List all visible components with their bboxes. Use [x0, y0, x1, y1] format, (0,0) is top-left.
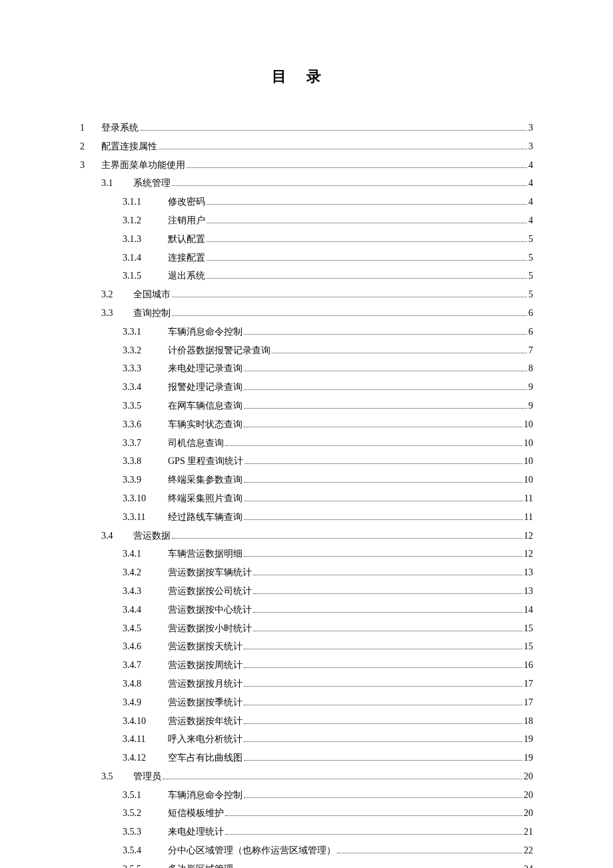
toc-entry: 3.3查询控制6	[80, 305, 533, 321]
toc-list: 1登录系统32配置连接属性33主界面菜单功能使用43.1系统管理43.1.1修改…	[80, 120, 533, 868]
toc-entry: 3.3.8GPS 里程查询统计10	[80, 453, 533, 469]
toc-page-number: 22	[524, 843, 533, 859]
toc-text: 营运数据按天统计	[168, 639, 243, 655]
toc-leader-dots	[244, 482, 522, 483]
toc-number: 3.3.8	[123, 453, 168, 469]
toc-leader-dots	[140, 130, 527, 131]
toc-leader-dots	[272, 353, 527, 353]
toc-page-number: 3	[528, 139, 533, 155]
toc-text: 营运数据按季统计	[168, 695, 243, 711]
toc-text: 车辆消息命令控制	[168, 787, 243, 803]
toc-number: 3.5.4	[123, 843, 168, 859]
toc-page-number: 17	[524, 695, 533, 711]
toc-page-number: 8	[528, 361, 533, 377]
toc-entry: 3.4.9营运数据按季统计17	[80, 695, 533, 711]
toc-number: 3.5.3	[123, 824, 168, 840]
toc-entry: 3.4营运数据12	[80, 528, 533, 544]
toc-page-number: 7	[528, 343, 533, 359]
toc-number: 3.4.6	[123, 639, 168, 655]
toc-number: 3.3.3	[123, 361, 168, 377]
toc-text: 营运数据按周统计	[168, 657, 243, 673]
toc-leader-dots	[245, 463, 522, 464]
toc-leader-dots	[225, 834, 522, 835]
toc-page-number: 19	[524, 731, 533, 747]
toc-entry: 3.5管理员20	[80, 769, 533, 785]
toc-leader-dots	[244, 408, 527, 409]
toc-page-number: 18	[524, 713, 533, 729]
toc-number: 3.4.12	[123, 750, 168, 766]
toc-entry: 3.3.10终端采集照片查询11	[80, 491, 533, 507]
toc-entry: 3.5.5多边形区域管理24	[80, 861, 533, 868]
toc-text: 连接配置	[168, 250, 205, 266]
toc-number: 3.4.8	[123, 676, 168, 692]
toc-entry: 3.1.5退出系统5	[80, 268, 533, 284]
toc-text: 查询控制	[133, 305, 171, 321]
toc-leader-dots	[244, 705, 522, 705]
toc-page-number: 11	[524, 509, 533, 525]
toc-entry: 3.4.3营运数据按公司统计13	[80, 583, 533, 599]
toc-number: 3.3.4	[123, 379, 168, 395]
toc-page-number: 5	[528, 287, 533, 303]
toc-number: 3.3.2	[123, 343, 168, 359]
toc-leader-dots	[207, 241, 527, 242]
toc-number: 3.1.3	[123, 231, 168, 247]
toc-number: 3.3.1	[123, 324, 168, 340]
toc-entry: 3.3.2计价器数据报警记录查询7	[80, 343, 533, 359]
toc-page-number: 5	[528, 250, 533, 266]
toc-number: 3.4.9	[123, 695, 168, 711]
toc-page-number: 10	[524, 435, 533, 451]
toc-text: 空车占有比曲线图	[168, 750, 243, 766]
toc-entry: 3.1系统管理4	[80, 175, 533, 191]
toc-text: 车辆消息命令控制	[168, 324, 243, 340]
toc-leader-dots	[244, 519, 523, 520]
toc-text: 来电处理统计	[168, 824, 224, 840]
toc-number: 3.4.11	[123, 731, 168, 747]
toc-leader-dots	[337, 853, 522, 853]
toc-number: 3.3.7	[123, 435, 168, 451]
toc-text: 来电处理记录查询	[168, 361, 243, 377]
toc-page-number: 20	[524, 805, 533, 821]
toc-number: 3.4.1	[123, 546, 168, 562]
toc-page-number: 6	[528, 324, 533, 340]
toc-number: 3.1	[101, 175, 133, 191]
toc-number: 3.3.10	[123, 491, 168, 507]
toc-text: 营运数据按公司统计	[168, 583, 252, 599]
toc-text: 修改密码	[168, 194, 205, 210]
toc-leader-dots	[207, 204, 527, 205]
toc-text: 营运数据按月统计	[168, 676, 243, 692]
toc-page-number: 24	[524, 861, 533, 868]
toc-page-number: 4	[528, 157, 533, 173]
toc-leader-dots	[244, 334, 527, 335]
toc-page-number: 12	[524, 546, 533, 562]
toc-number: 3.2	[101, 287, 133, 303]
toc-entry: 3.5.1车辆消息命令控制20	[80, 787, 533, 803]
toc-text: 主界面菜单功能使用	[101, 157, 185, 173]
toc-entry: 3.2全国城市5	[80, 287, 533, 303]
toc-number: 3.3.6	[123, 417, 168, 433]
toc-text: 终端采集参数查询	[168, 472, 243, 488]
toc-page-number: 10	[524, 472, 533, 488]
toc-text: 营运数据	[133, 528, 171, 544]
toc-entry: 3.3.3来电处理记录查询8	[80, 361, 533, 377]
toc-leader-dots	[172, 297, 527, 297]
toc-page-number: 19	[524, 750, 533, 766]
toc-entry: 3.1.3默认配置5	[80, 231, 533, 247]
toc-text: 计价器数据报警记录查询	[168, 343, 271, 359]
toc-entry: 3.4.11呼入来电分析统计19	[80, 731, 533, 747]
toc-text: 配置连接属性	[101, 139, 157, 155]
toc-text: 全国城市	[133, 287, 171, 303]
toc-number: 3.3.9	[123, 472, 168, 488]
toc-entry: 3.4.5营运数据按小时统计15	[80, 621, 533, 637]
toc-entry: 3.1.2注销用户4	[80, 213, 533, 229]
toc-leader-dots	[253, 593, 522, 594]
toc-entry: 3.4.2营运数据按车辆统计13	[80, 565, 533, 581]
toc-number: 3.5.5	[123, 861, 168, 868]
toc-page-number: 15	[524, 639, 533, 655]
toc-number: 3.3	[101, 305, 133, 321]
toc-text: 营运数据按车辆统计	[168, 565, 252, 581]
toc-leader-dots	[253, 575, 522, 575]
toc-number: 3.1.2	[123, 213, 168, 229]
toc-leader-dots	[244, 371, 527, 371]
toc-text: 车辆营运数据明细	[168, 546, 243, 562]
toc-text: 营运数据按小时统计	[168, 621, 252, 637]
